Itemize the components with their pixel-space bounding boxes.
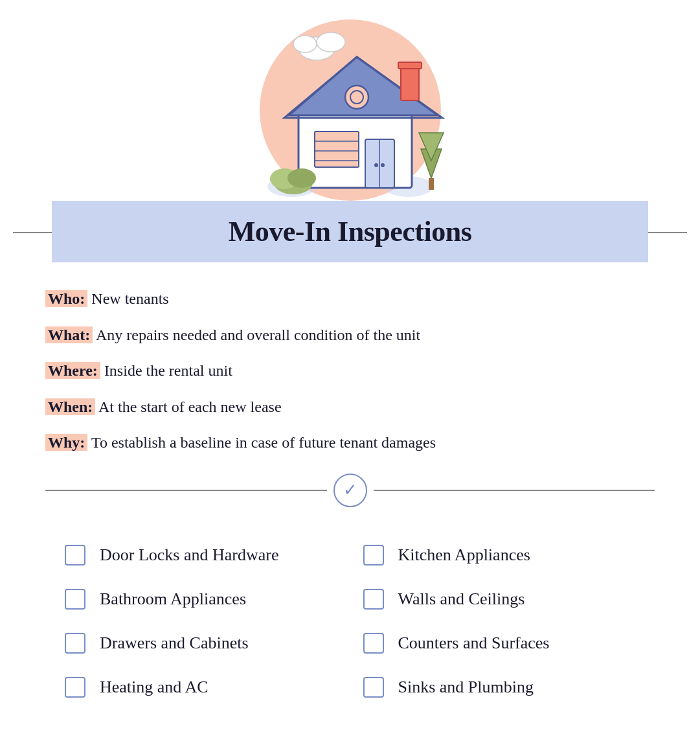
svg-point-8	[350, 91, 363, 104]
item-walls-ceilings-label: Walls and Ceilings	[398, 589, 525, 609]
when-text: At the start of each new lease	[98, 398, 282, 415]
list-item: Walls and Ceilings	[350, 577, 649, 621]
list-item: Bathroom Appliances	[52, 577, 350, 621]
info-who: Who: New tenants	[45, 288, 655, 310]
divider-circle: ✓	[333, 474, 367, 507]
info-where: Where: Inside the rental unit	[45, 360, 655, 382]
divider-line-right	[374, 490, 655, 491]
list-item: Sinks and Plumbing	[350, 665, 649, 709]
svg-point-19	[288, 168, 316, 188]
checkbox-door-locks[interactable]	[65, 545, 85, 566]
what-label: What:	[45, 326, 93, 343]
house-illustration	[240, 13, 460, 201]
checklist-grid: Door Locks and Hardware Kitchen Applianc…	[52, 533, 648, 709]
item-kitchen-appliances-label: Kitchen Appliances	[398, 545, 530, 565]
info-why: Why: To establish a baseline in case of …	[45, 432, 655, 454]
item-heating-ac-label: Heating and AC	[100, 678, 209, 697]
item-counters-surfaces-label: Counters and Surfaces	[398, 634, 550, 653]
list-item: Heating and AC	[52, 665, 350, 709]
checkbox-walls-ceilings[interactable]	[363, 589, 384, 610]
svg-marker-21	[419, 133, 444, 161]
when-label: When:	[45, 398, 95, 415]
divider-line-left	[45, 490, 327, 491]
svg-point-24	[317, 32, 345, 52]
where-label: Where:	[45, 362, 100, 379]
checkmark-icon: ✓	[343, 482, 357, 499]
who-label: Who:	[45, 290, 87, 307]
where-text: Inside the rental unit	[104, 362, 232, 379]
why-text: To establish a baseline in case of futur…	[91, 434, 436, 451]
svg-rect-22	[429, 178, 434, 190]
why-label: Why:	[45, 434, 87, 451]
checkbox-kitchen-appliances[interactable]	[363, 545, 384, 566]
list-item: Door Locks and Hardware	[52, 533, 350, 577]
checkbox-bathroom-appliances[interactable]	[65, 589, 85, 610]
svg-rect-5	[401, 65, 419, 100]
item-bathroom-appliances-label: Bathroom Appliances	[100, 589, 246, 609]
list-item: Counters and Surfaces	[350, 621, 649, 665]
svg-rect-6	[398, 62, 422, 69]
svg-point-25	[293, 36, 317, 52]
svg-point-16	[381, 163, 385, 167]
list-item: Drawers and Cabinets	[52, 621, 350, 665]
title-banner: Move-In Inspections	[52, 201, 648, 262]
info-section: Who: New tenants What: Any repairs neede…	[45, 288, 655, 454]
illustration-area	[0, 0, 700, 201]
info-what: What: Any repairs needed and overall con…	[45, 325, 655, 347]
info-when: When: At the start of each new lease	[45, 396, 655, 418]
who-text: New tenants	[91, 290, 168, 307]
item-drawers-cabinets-label: Drawers and Cabinets	[100, 634, 249, 653]
checkbox-drawers-cabinets[interactable]	[65, 633, 85, 654]
checkbox-heating-ac[interactable]	[65, 677, 85, 698]
main-title: Move-In Inspections	[229, 216, 472, 247]
svg-rect-9	[315, 131, 359, 167]
item-door-locks-label: Door Locks and Hardware	[100, 545, 279, 565]
page: Move-In Inspections Who: New tenants Wha…	[0, 0, 700, 754]
checkbox-sinks-plumbing[interactable]	[363, 677, 384, 698]
list-item: Kitchen Appliances	[350, 533, 649, 577]
svg-point-15	[374, 163, 378, 167]
item-sinks-plumbing-label: Sinks and Plumbing	[398, 678, 534, 697]
divider: ✓	[45, 474, 655, 507]
checkbox-counters-surfaces[interactable]	[363, 633, 384, 654]
content-area: Who: New tenants What: Any repairs neede…	[0, 262, 700, 735]
what-text: Any repairs needed and overall condition…	[96, 326, 420, 343]
